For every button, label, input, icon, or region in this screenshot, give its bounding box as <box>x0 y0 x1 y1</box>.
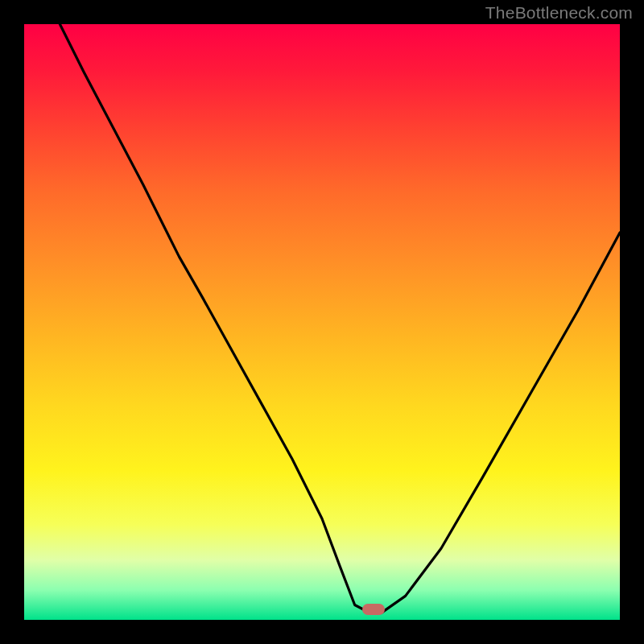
optimal-point-marker <box>362 604 385 615</box>
chart-frame: TheBottleneck.com <box>0 0 644 644</box>
plot-area <box>24 24 620 620</box>
watermark-text: TheBottleneck.com <box>485 3 633 23</box>
bottleneck-curve <box>24 24 620 620</box>
